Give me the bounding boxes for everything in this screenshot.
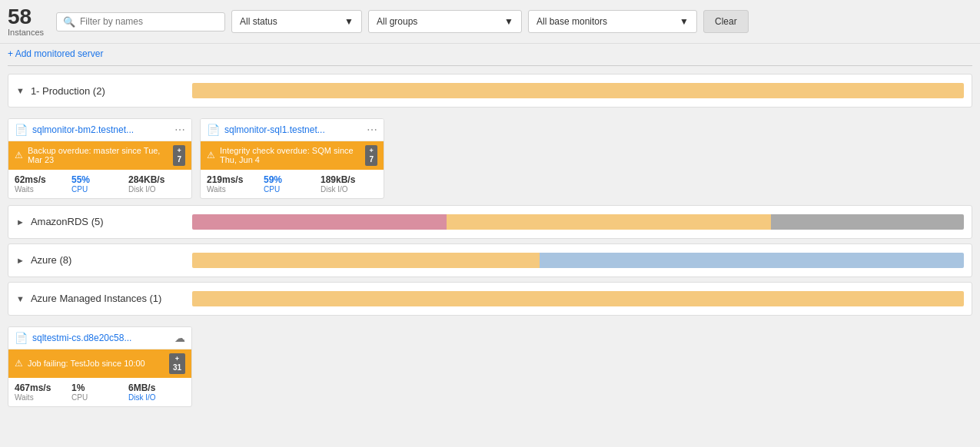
metric-cpu-3: 1% CPU bbox=[71, 382, 128, 402]
group-bar-azure-managed bbox=[192, 291, 964, 306]
search-box[interactable]: 🔍 bbox=[56, 12, 225, 31]
alert-text-2: Integrity check overdue: SQM since Thu, … bbox=[220, 146, 360, 164]
group-title-production: 1- Production (2) bbox=[31, 85, 184, 97]
metric-label-disk-1: Disk I/O bbox=[128, 185, 156, 194]
alert-triangle-icon-3: ⚠ bbox=[15, 358, 23, 369]
cloud-icon-3: ☁ bbox=[174, 332, 185, 344]
metric-cpu-2: 59% CPU bbox=[264, 174, 321, 194]
metric-label-cpu-2: CPU bbox=[264, 185, 280, 194]
card-title-1: sqlmonitor-bm2.testnet... bbox=[32, 124, 170, 135]
alert-text-3: Job failing: TestJob since 10:00 bbox=[28, 359, 164, 368]
badge-count-3: 31 bbox=[173, 363, 181, 372]
bar-segment-amazonrds-2 bbox=[447, 214, 771, 230]
alert-bar-3: ⚠ Job failing: TestJob since 10:00 + 31 bbox=[8, 349, 191, 378]
chevron-right-icon-amazonrds: ► bbox=[16, 217, 25, 227]
group-bar-azure bbox=[192, 253, 964, 268]
menu-icon-1[interactable]: ⋯ bbox=[174, 124, 185, 136]
bar-segment-production-1 bbox=[192, 83, 964, 98]
group-row-azure[interactable]: ► Azure (8) bbox=[8, 243, 972, 277]
chevron-down-icon-production: ▼ bbox=[16, 86, 25, 95]
card-header-2: 📄 sqlmonitor-sql1.testnet... ⋯ bbox=[201, 119, 384, 141]
group-bar-amazonrds bbox=[192, 214, 964, 230]
metric-cpu-1: 55% CPU bbox=[71, 174, 128, 194]
group-row-azure-managed[interactable]: ▼ Azure Managed Instances (1) bbox=[8, 282, 972, 316]
metric-value-cpu-3: 1% bbox=[71, 382, 85, 393]
alert-badge-3: + 31 bbox=[169, 353, 185, 374]
groups-dropdown-arrow: ▼ bbox=[504, 16, 513, 27]
metric-label-disk-2: Disk I/O bbox=[321, 185, 348, 194]
groups-dropdown[interactable]: All groups ▼ bbox=[368, 10, 522, 33]
group-title-azure: Azure (8) bbox=[31, 254, 184, 266]
badge-count-1: 7 bbox=[177, 155, 181, 164]
metrics-row-3: 467ms/s Waits 1% CPU 6MB/s Disk I/O bbox=[8, 378, 191, 406]
chevron-right-icon-azure: ► bbox=[16, 256, 25, 265]
clear-button[interactable]: Clear bbox=[703, 10, 749, 33]
metric-value-cpu-2: 59% bbox=[264, 174, 282, 185]
chevron-down-icon-azure-managed: ▼ bbox=[16, 294, 25, 303]
instances-label: Instances bbox=[8, 28, 44, 37]
metric-label-cpu-1: CPU bbox=[71, 185, 88, 194]
base-monitors-dropdown[interactable]: All base monitors ▼ bbox=[528, 10, 697, 33]
metric-value-disk-3: 6MB/s bbox=[128, 382, 155, 393]
bar-segment-azure-managed-1 bbox=[192, 291, 964, 306]
metric-waits-2: 219ms/s Waits bbox=[207, 174, 264, 194]
search-icon: 🔍 bbox=[63, 16, 75, 28]
badge-plus-1: + bbox=[178, 147, 181, 155]
metric-label-waits-3: Waits bbox=[15, 393, 34, 402]
badge-plus-2: + bbox=[370, 147, 374, 155]
add-server-link[interactable]: + Add monitored server bbox=[0, 44, 111, 64]
metric-label-waits-2: Waits bbox=[207, 185, 226, 194]
metric-value-waits-1: 62ms/s bbox=[15, 174, 46, 185]
top-bar: 58 Instances 🔍 All status ▼ All groups ▼… bbox=[0, 0, 980, 44]
server-card-2: 📄 sqlmonitor-sql1.testnet... ⋯ ⚠ Integri… bbox=[200, 118, 384, 199]
metric-label-waits-1: Waits bbox=[15, 185, 34, 194]
status-dropdown[interactable]: All status ▼ bbox=[231, 10, 362, 33]
db-icon-3: 📄 bbox=[15, 332, 28, 344]
status-dropdown-arrow: ▼ bbox=[344, 16, 354, 27]
bar-segment-azure-1 bbox=[192, 253, 540, 268]
main-content: ▼ 1- Production (2) 📄 sqlmonitor-bm2.tes… bbox=[0, 68, 980, 419]
metric-value-disk-1: 284KB/s bbox=[128, 174, 164, 185]
alert-badge-1: + 7 bbox=[173, 145, 185, 166]
instances-count: 58 Instances bbox=[8, 6, 50, 37]
base-monitors-dropdown-label: All base monitors bbox=[537, 16, 607, 27]
alert-badge-2: + 7 bbox=[365, 145, 377, 166]
group-title-azure-managed: Azure Managed Instances (1) bbox=[31, 293, 184, 304]
metrics-row-1: 62ms/s Waits 55% CPU 284KB/s Disk I/O bbox=[8, 170, 191, 198]
metric-label-disk-3: Disk I/O bbox=[128, 393, 156, 402]
group-title-amazonrds: AmazonRDS (5) bbox=[31, 216, 184, 227]
group-bar-production bbox=[192, 83, 964, 98]
alert-triangle-icon-1: ⚠ bbox=[15, 150, 23, 161]
metric-disk-1: 284KB/s Disk I/O bbox=[128, 174, 185, 194]
server-card-3: 📄 sqltestmi-cs.d8e20c58... ☁ ⚠ Job faili… bbox=[8, 326, 192, 407]
alert-bar-2: ⚠ Integrity check overdue: SQM since Thu… bbox=[201, 141, 384, 170]
metric-waits-1: 62ms/s Waits bbox=[15, 174, 71, 194]
metric-disk-3: 6MB/s Disk I/O bbox=[128, 382, 185, 402]
server-card-1: 📄 sqlmonitor-bm2.testnet... ⋯ ⚠ Backup o… bbox=[8, 118, 192, 199]
metric-value-waits-2: 219ms/s bbox=[207, 174, 243, 185]
groups-dropdown-label: All groups bbox=[377, 16, 417, 27]
search-input[interactable] bbox=[80, 16, 218, 27]
menu-icon-2[interactable]: ⋯ bbox=[367, 124, 377, 136]
metric-value-disk-2: 189kB/s bbox=[321, 174, 355, 185]
bar-segment-amazonrds-3 bbox=[771, 214, 964, 230]
group-row-production[interactable]: ▼ 1- Production (2) bbox=[8, 74, 972, 108]
metrics-row-2: 219ms/s Waits 59% CPU 189kB/s Disk I/O bbox=[201, 170, 384, 198]
metric-value-waits-3: 467ms/s bbox=[15, 382, 51, 393]
db-icon-1: 📄 bbox=[15, 124, 28, 136]
card-title-2: sqlmonitor-sql1.testnet... bbox=[224, 124, 362, 135]
card-title-3: sqltestmi-cs.d8e20c58... bbox=[32, 333, 170, 343]
base-monitors-dropdown-arrow: ▼ bbox=[679, 16, 689, 27]
bar-segment-azure-2 bbox=[540, 253, 964, 268]
metric-value-cpu-1: 55% bbox=[71, 174, 90, 185]
metric-label-cpu-3: CPU bbox=[71, 393, 88, 402]
group-row-amazonrds[interactable]: ► AmazonRDS (5) bbox=[8, 205, 972, 239]
metric-waits-3: 467ms/s Waits bbox=[15, 382, 71, 402]
badge-count-2: 7 bbox=[369, 155, 374, 164]
db-icon-2: 📄 bbox=[207, 124, 220, 136]
production-cards-container: 📄 sqlmonitor-bm2.testnet... ⋯ ⚠ Backup o… bbox=[8, 112, 972, 205]
metric-disk-2: 189kB/s Disk I/O bbox=[321, 174, 377, 194]
alert-triangle-icon-2: ⚠ bbox=[207, 150, 215, 161]
instances-number: 58 bbox=[8, 6, 32, 28]
divider bbox=[8, 65, 972, 66]
